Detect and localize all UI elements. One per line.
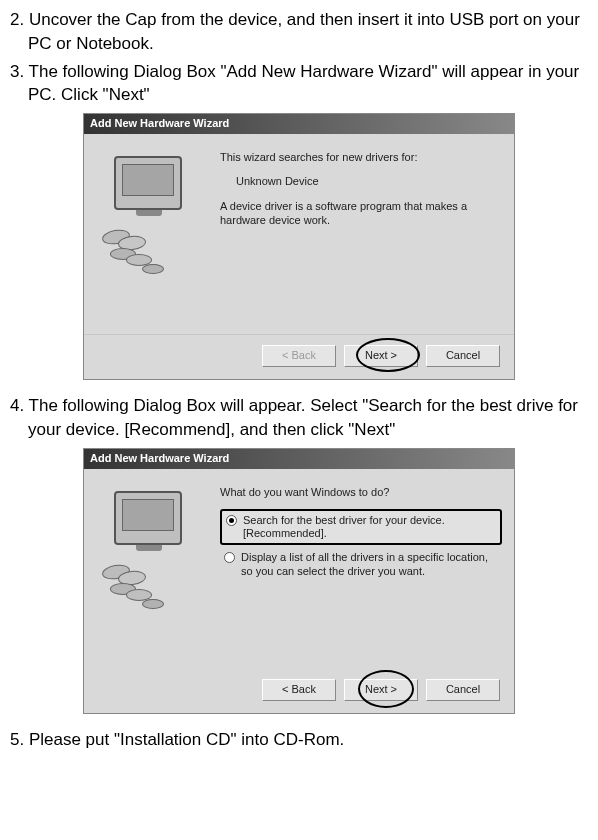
wizard-graphic-icon [96,144,214,334]
back-button: < Back [262,345,336,367]
option-label: Display a list of all the drivers in a s… [241,551,498,577]
dialog-title: Add New Hardware Wizard [84,449,514,469]
step-5-text: 5. Please put "Installation CD" into CD-… [10,728,588,752]
dialog-title: Add New Hardware Wizard [84,114,514,134]
wizard-desc-text: A device driver is a software program th… [220,199,502,228]
cancel-button[interactable]: Cancel [426,345,500,367]
next-button[interactable]: Next > [344,345,418,367]
search-best-driver-option[interactable]: Search for the best driver for your devi… [220,509,502,545]
step-4-text: 4. The following Dialog Box will appear.… [10,394,588,442]
display-driver-list-option[interactable]: Display a list of all the drivers in a s… [220,548,502,580]
back-button[interactable]: < Back [262,679,336,701]
option-label: Search for the best driver for your devi… [243,514,496,540]
wizard-graphic-icon [96,479,214,669]
wizard-prompt-text: What do you want Windows to do? [220,485,502,499]
step-2-text: 2. Uncover the Cap from the device, and … [10,8,588,56]
radio-icon [224,552,235,563]
step-3-text: 3. The following Dialog Box "Add New Har… [10,60,588,108]
hardware-wizard-dialog-2: Add New Hardware Wizard What do you want… [83,448,515,714]
wizard-intro-text: This wizard searches for new drivers for… [220,150,502,164]
cancel-button[interactable]: Cancel [426,679,500,701]
next-button[interactable]: Next > [344,679,418,701]
hardware-wizard-dialog-1: Add New Hardware Wizard This wizard sear… [83,113,515,380]
radio-icon [226,515,237,526]
device-name-text: Unknown Device [236,174,502,188]
